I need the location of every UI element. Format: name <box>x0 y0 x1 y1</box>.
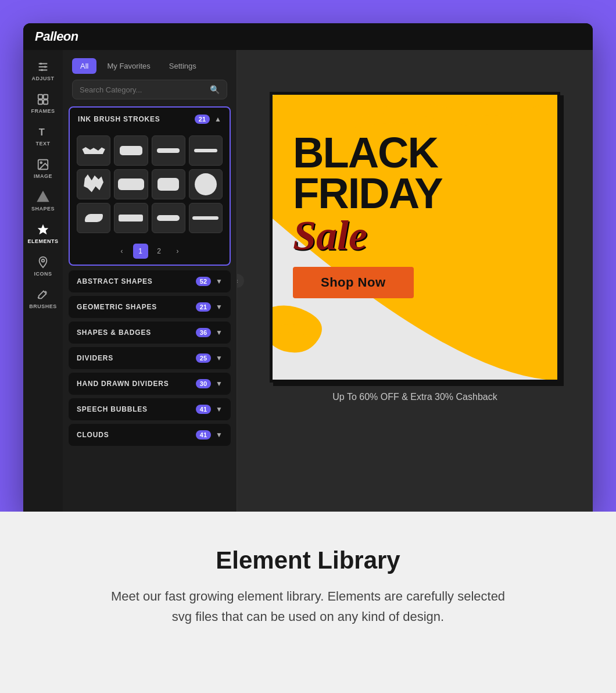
ink-brush-strokes-count: 21 <box>195 115 210 124</box>
adjust-label: ADJUST <box>31 76 54 81</box>
tab-settings[interactable]: Settings <box>161 58 205 74</box>
bottom-description: Meet our fast growing element library. E… <box>105 586 511 627</box>
brush-item-10[interactable] <box>114 203 148 233</box>
shop-now-button[interactable]: Shop Now <box>293 267 414 298</box>
pin-icon <box>37 256 49 269</box>
category-shapes-badges: SHAPES & BADGES 36 ▼ <box>69 322 231 344</box>
dividers-header[interactable]: DIVIDERS 25 ▼ <box>69 347 231 369</box>
text-icon: T <box>37 126 49 138</box>
svg-point-15 <box>42 259 45 262</box>
brush-item-5[interactable] <box>77 169 110 199</box>
category-ink-brush-strokes: INK BRUSH STROKES 21 ▲ <box>69 106 231 266</box>
chevron-down-geometric: ▼ <box>216 303 223 311</box>
svg-point-4 <box>44 66 46 68</box>
sidebar-item-image[interactable]: IMAGE <box>26 153 60 184</box>
brush-item-6[interactable] <box>114 169 148 199</box>
page-1-btn[interactable]: 1 <box>133 244 148 259</box>
search-box: 🔍 <box>72 80 227 99</box>
next-page-btn[interactable]: › <box>170 244 185 259</box>
chevron-down-handdrawn: ▼ <box>216 380 223 388</box>
sidebar-item-text[interactable]: T TEXT <box>26 121 60 151</box>
collapse-panel-btn[interactable]: ‹ <box>237 274 244 288</box>
brush-grid <box>70 131 230 238</box>
tab-all[interactable]: All <box>72 58 96 74</box>
image-icon <box>37 158 49 171</box>
svg-text:T: T <box>39 127 45 137</box>
icons-label: ICONS <box>34 271 52 277</box>
shapes-label: SHAPES <box>31 206 55 212</box>
sidebar-item-icons[interactable]: ICONS <box>26 251 60 281</box>
abstract-shapes-count: 52 <box>196 277 211 286</box>
icon-sidebar: ADJUST FRAMES T TEXT <box>23 50 63 512</box>
hand-drawn-dividers-title: HAND DRAWN DIVIDERS <box>77 380 169 388</box>
image-label: IMAGE <box>34 173 52 179</box>
shapes-icon <box>37 191 49 203</box>
brush-item-8[interactable] <box>189 169 223 199</box>
geometric-shapes-count: 21 <box>196 302 211 312</box>
clouds-count: 41 <box>196 430 211 440</box>
app-logo: Palleon <box>35 29 78 44</box>
pagination: ‹ 1 2 › <box>70 238 230 265</box>
tab-favorites[interactable]: My Favorites <box>99 58 158 74</box>
black-friday-line2: FRIDAY <box>293 173 442 214</box>
top-section: Palleon ADJUST <box>0 0 616 512</box>
brush-item-9[interactable] <box>77 203 110 233</box>
geometric-shapes-title: GEOMETRIC SHAPES <box>77 303 157 311</box>
panel-content[interactable]: INK BRUSH STROKES 21 ▲ <box>63 106 237 512</box>
brush-item-3[interactable] <box>152 135 185 166</box>
sidebar-item-elements[interactable]: ELEMENTS <box>26 219 60 249</box>
frames-label: FRAMES <box>31 108 55 114</box>
brush-item-1[interactable] <box>77 135 110 166</box>
brushes-label: BRUSHES <box>29 303 57 309</box>
sidebar-item-adjust[interactable]: ADJUST <box>26 56 60 86</box>
abstract-shapes-header[interactable]: ABSTRACT SHAPES 52 ▼ <box>69 270 231 292</box>
svg-point-5 <box>41 69 43 72</box>
svg-marker-14 <box>38 224 48 234</box>
dividers-title: DIVIDERS <box>77 354 113 362</box>
sliders-icon <box>37 60 49 73</box>
main-area: ADJUST FRAMES T TEXT <box>23 50 593 512</box>
search-icon: 🔍 <box>210 85 220 94</box>
svg-point-12 <box>40 162 42 163</box>
svg-point-3 <box>40 63 42 65</box>
app-window: Palleon ADJUST <box>23 23 593 512</box>
category-abstract-shapes: ABSTRACT SHAPES 52 ▼ <box>69 270 231 292</box>
chevron-down-dividers: ▼ <box>216 354 223 362</box>
brush-item-7[interactable] <box>152 169 185 199</box>
search-input[interactable] <box>80 85 205 94</box>
page-2-btn[interactable]: 2 <box>152 244 167 259</box>
shapes-badges-title: SHAPES & BADGES <box>77 328 151 337</box>
sidebar-item-shapes[interactable]: SHAPES <box>26 186 60 216</box>
category-geometric-shapes: GEOMETRIC SHAPES 21 ▼ <box>69 296 231 318</box>
clouds-header[interactable]: CLOUDS 41 ▼ <box>69 424 231 446</box>
svg-rect-8 <box>38 100 42 104</box>
chevron-down-clouds: ▼ <box>216 431 223 439</box>
speech-bubbles-header[interactable]: SPEECH BUBBLES 41 ▼ <box>69 398 231 420</box>
chevron-down-speech: ▼ <box>216 405 223 413</box>
frames-icon <box>37 93 49 106</box>
svg-rect-7 <box>44 95 48 99</box>
hand-drawn-dividers-header[interactable]: HAND DRAWN DIVIDERS 30 ▼ <box>69 373 231 395</box>
svg-rect-6 <box>38 95 42 99</box>
bottom-title: Element Library <box>23 546 593 574</box>
banner-footer: Up To 60% OFF & Extra 30% Cashback <box>332 392 497 402</box>
sidebar-item-brushes[interactable]: BRUSHES <box>26 284 60 314</box>
panel-tabs: All My Favorites Settings <box>63 50 237 80</box>
black-friday-line1: BLACK <box>293 133 442 173</box>
category-hand-drawn-dividers: HAND DRAWN DIVIDERS 30 ▼ <box>69 373 231 395</box>
star-icon <box>37 223 49 236</box>
sidebar-item-frames[interactable]: FRAMES <box>26 88 60 119</box>
chevron-down-abstract: ▼ <box>216 277 223 285</box>
category-ink-brush-strokes-header[interactable]: INK BRUSH STROKES 21 ▲ <box>70 108 230 131</box>
category-speech-bubbles: SPEECH BUBBLES 41 ▼ <box>69 398 231 420</box>
brush-item-11[interactable] <box>152 203 185 233</box>
category-clouds: CLOUDS 41 ▼ <box>69 424 231 446</box>
geometric-shapes-header[interactable]: GEOMETRIC SHAPES 21 ▼ <box>69 296 231 318</box>
shapes-badges-header[interactable]: SHAPES & BADGES 36 ▼ <box>69 322 231 344</box>
chevron-down-badges: ▼ <box>216 328 223 337</box>
brush-item-12[interactable] <box>189 203 223 233</box>
prev-page-btn[interactable]: ‹ <box>114 244 130 259</box>
banner-card: BLACK FRIDAY Sale Shop Now <box>270 92 560 383</box>
brush-item-4[interactable] <box>189 135 223 166</box>
brush-item-2[interactable] <box>114 135 148 166</box>
